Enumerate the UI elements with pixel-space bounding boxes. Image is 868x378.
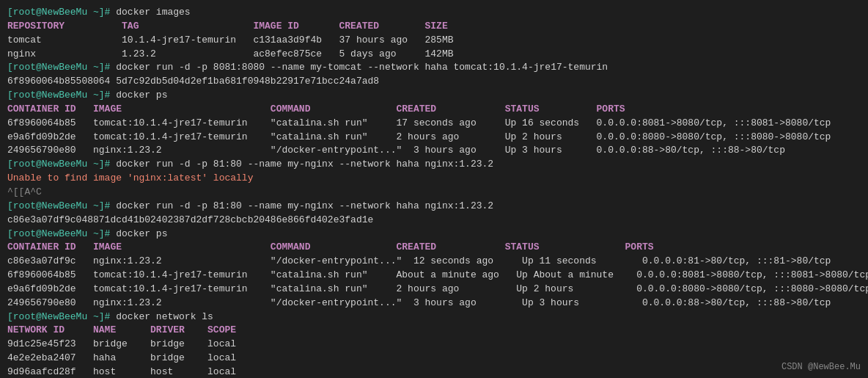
terminal-line: nginx 1.23.2 ac8efec875ce 5 days ago 142… — [7, 48, 861, 62]
terminal-window: [root@NewBeeMu ~]# docker imagesREPOSITO… — [0, 0, 868, 378]
terminal-line: ^[[A^C — [7, 186, 861, 200]
terminal-line: [root@NewBeeMu ~]# docker run -d -p 81:8… — [7, 158, 861, 172]
terminal-line: 4e2e2eba2407 haha bridge local — [7, 352, 861, 366]
terminal-line: 6f8960064b85 tomcat:10.1.4-jre17-temurin… — [7, 269, 861, 283]
terminal-line: c86e3a07df9c nginx:1.23.2 "/docker-entry… — [7, 255, 861, 269]
terminal-line: 6f8960064b85 tomcat:10.1.4-jre17-temurin… — [7, 117, 861, 131]
terminal-line: 6f8960064b85508064 5d7c92db5d04d2ef1ba68… — [7, 75, 861, 89]
terminal-line: tomcat 10.1.4-jre17-temurin c131aa3d9f4b… — [7, 34, 861, 48]
terminal-line: 249656790e80 nginx:1.23.2 "/docker-entry… — [7, 144, 861, 158]
terminal-line: CONTAINER ID IMAGE COMMAND CREATED STATU… — [7, 103, 861, 117]
terminal-line: [root@NewBeeMu ~]# docker images — [7, 6, 861, 20]
terminal-line: [root@NewBeeMu ~]# docker ps — [7, 89, 861, 103]
terminal-line: [root@NewBeeMu ~]# docker ps — [7, 228, 861, 241]
terminal-line: e9a6fd09b2de tomcat:10.1.4-jre17-temurin… — [7, 283, 861, 297]
terminal-line: REPOSITORY TAG IMAGE ID CREATED SIZE — [7, 20, 861, 34]
terminal-line: [root@NewBeeMu ~]# docker run -d -p 8081… — [7, 61, 861, 75]
terminal-line: Unable to find image 'nginx:latest' loca… — [7, 172, 861, 186]
terminal-line: 9d96aafcd28f host host local — [7, 366, 861, 378]
watermark: CSDN @NewBee.Mu — [781, 361, 861, 374]
terminal-content: [root@NewBeeMu ~]# docker imagesREPOSITO… — [7, 6, 861, 378]
terminal-line: [root@NewBeeMu ~]# docker run -d -p 81:8… — [7, 200, 861, 214]
terminal-line: NETWORK ID NAME DRIVER SCOPE — [7, 324, 861, 338]
terminal-line: [root@NewBeeMu ~]# docker network ls — [7, 310, 861, 324]
terminal-line: 9d1c25e45f23 bridge bridge local — [7, 338, 861, 352]
terminal-line: e9a6fd09b2de tomcat:10.1.4-jre17-temurin… — [7, 131, 861, 145]
terminal-line: 249656790e80 nginx:1.23.2 "/docker-entry… — [7, 297, 861, 310]
terminal-line: c86e3a07df9c048871dcd41b02402387d2df728c… — [7, 214, 861, 228]
terminal-line: CONTAINER ID IMAGE COMMAND CREATED STATU… — [7, 241, 861, 255]
